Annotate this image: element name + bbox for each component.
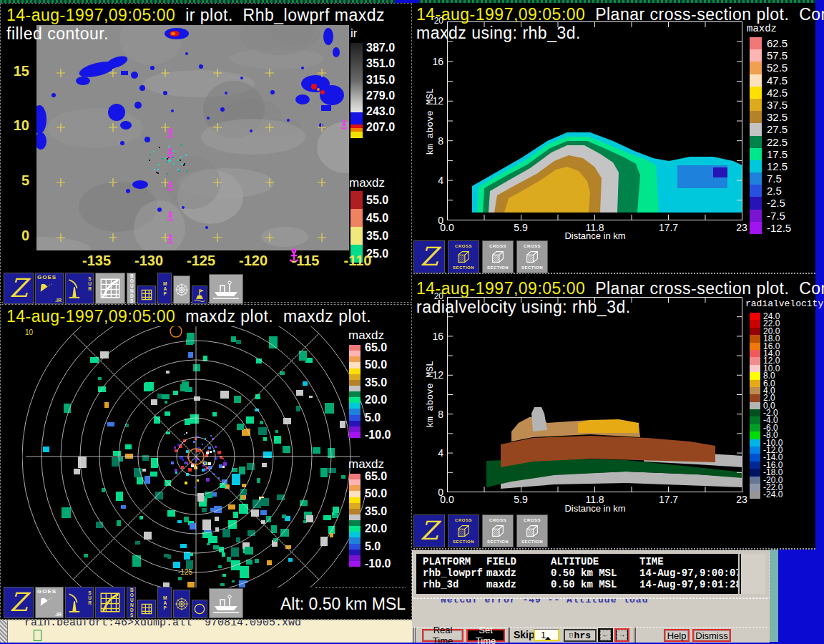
- colorbar-tick-label: 20.0: [365, 522, 387, 535]
- y-axis-tick-label: 16: [432, 331, 443, 342]
- colorbar-block: [750, 424, 760, 431]
- colorbar-tick-label: 65.0: [365, 341, 387, 354]
- toolbar-button-polar-grid[interactable]: [173, 590, 190, 618]
- colorbar-block: [750, 99, 762, 111]
- tl-maxdz-colorbar-title: maxdz: [349, 176, 385, 190]
- bounds-label: BOUNDS: [129, 273, 134, 303]
- cross-label: CROSS: [524, 244, 541, 248]
- toolbar-button-cross-section-1[interactable]: CROSSSECTION: [448, 240, 479, 273]
- colorbar-block: [349, 432, 360, 438]
- x-axis-tick-label: -120: [239, 253, 268, 269]
- set-time-button[interactable]: Set Time: [466, 629, 505, 642]
- toolbar-button-map[interactable]: MAP: [157, 273, 172, 304]
- hrs-units-button[interactable]: hrs: [564, 629, 597, 642]
- toolbar-button-bounds[interactable]: BOUNDS: [127, 587, 136, 618]
- toolbar-button-cross-section-3[interactable]: CROSSSECTION: [516, 514, 548, 547]
- colorbar-tick-label: 50.0: [365, 358, 387, 371]
- ppi-colorbar1: [349, 345, 360, 438]
- velocity-cross-section-plot[interactable]: [447, 297, 742, 492]
- toolbar-button-bounds[interactable]: BOUNDS: [127, 273, 136, 304]
- status-table-row[interactable]: rhb_lowprfmaxdz0.50 km MSL14-Aug-97,9:00…: [423, 567, 738, 579]
- y-axis-tick-label: 0: [21, 228, 29, 244]
- toolbar-button-radar-grid[interactable]: [95, 587, 125, 618]
- toolbar-button-zebra[interactable]: Z: [4, 273, 34, 304]
- toolbar-button-buoy[interactable]: [192, 286, 207, 304]
- ppi-title: 14-aug-1997,09:05:00 maxdz plot. maxdz p…: [6, 307, 371, 326]
- toolbar-button-ship[interactable]: [209, 274, 243, 304]
- toolbar-button-ship[interactable]: [209, 588, 243, 618]
- toolbar-button-surveillance[interactable]: SUR: [65, 587, 94, 618]
- goes-label: GOES: [37, 274, 57, 280]
- toolbar-button-goes-ir[interactable]: GOES.IR: [35, 587, 64, 618]
- ir-satellite-image[interactable]: [36, 25, 349, 250]
- colorbar-block: [349, 374, 360, 380]
- toolbar-button-zebra[interactable]: Z: [4, 587, 34, 618]
- y-axis-tick-label: 15: [14, 63, 29, 79]
- toolbar-button-circle[interactable]: [192, 600, 207, 618]
- colorbar-tick-label: 351.0: [366, 56, 395, 72]
- toolbar-button-goes-ir[interactable]: GOES.IR: [35, 273, 64, 304]
- colorbar-block: [349, 514, 360, 520]
- colorbar-block: [349, 491, 360, 497]
- toolbar-button-radar-grid[interactable]: [95, 273, 125, 304]
- ppi-radar-display[interactable]: [22, 326, 366, 587]
- colorbar-block: [349, 403, 360, 409]
- satellite-dish-icon: [38, 281, 54, 297]
- colorbar-block: [349, 345, 360, 351]
- status-cell: 14-Aug-97,9:01:28: [639, 579, 738, 590]
- status-table-row[interactable]: rhb_3dmaxdz0.50 km MSL14-Aug-97,9:01:28: [423, 579, 738, 590]
- toolbar-button-zebra[interactable]: Z: [413, 240, 445, 273]
- x-axis-tick-label: -135: [82, 253, 111, 269]
- toolbar-button-cross-section-2[interactable]: CROSSSECTION: [482, 514, 514, 547]
- toolbar-button-cross-section-2[interactable]: CROSSSECTION: [482, 240, 514, 273]
- zebra-z-icon: Z: [9, 590, 27, 615]
- y-axis-tick-label: 4: [438, 175, 443, 186]
- step-back-button[interactable]: ←: [598, 628, 613, 642]
- toolbar-button-zebra[interactable]: Z: [413, 514, 445, 547]
- colorbar-block: [750, 387, 760, 394]
- circle-icon: [192, 602, 207, 616]
- colorbar-tick-label: 62.5: [767, 37, 791, 49]
- toolbar-button-map[interactable]: MAP: [157, 587, 172, 618]
- help-button[interactable]: Help: [664, 629, 690, 642]
- maxdz-cross-section-plot[interactable]: [447, 21, 742, 220]
- window-edge-line: [315, 587, 406, 588]
- separator: [508, 628, 514, 643]
- x-axis-tick-label: -125: [187, 253, 215, 269]
- real-time-button[interactable]: Real Time: [422, 629, 464, 642]
- colorbar-block: [750, 320, 760, 327]
- section-label: SECTION: [521, 265, 543, 270]
- status-scrollbar[interactable]: [740, 554, 765, 594]
- colorbar-tick-label: 387.0: [366, 40, 395, 56]
- toolbar-button-cross-section-1[interactable]: CROSSSECTION: [448, 514, 479, 547]
- toolbar-button-grid[interactable]: [137, 600, 156, 618]
- map-label: MAP: [162, 281, 167, 296]
- colorbar-block: [349, 421, 360, 426]
- terminal-scrollbar[interactable]: [0, 620, 8, 643]
- toolbar-button-polar-grid[interactable]: [173, 275, 190, 304]
- skip-input[interactable]: 1: [534, 629, 559, 641]
- ppi-bottom-label: -125: [178, 568, 192, 576]
- altitude-readout: Alt: 0.50 km MSL: [280, 595, 406, 614]
- colorbar-block: [750, 477, 760, 484]
- goes-ir-label: .IR: [55, 612, 62, 617]
- buoy-icon: [192, 287, 207, 303]
- map-label: MAP: [162, 595, 167, 610]
- cs1-colorbar-ticks: 62.557.552.547.542.537.532.527.522.517.5…: [767, 37, 791, 234]
- dismiss-button[interactable]: Dismiss: [692, 629, 731, 642]
- time-control-bar: Real Time Set Time Skip 1 hrs ← → Help D…: [412, 627, 770, 643]
- cross-label: CROSS: [489, 244, 506, 248]
- colorbar-block: [750, 454, 760, 461]
- step-forward-button[interactable]: →: [614, 628, 629, 642]
- toolbar-button-cross-section-3[interactable]: CROSSSECTION: [516, 240, 548, 273]
- toolbar-button-surveillance[interactable]: SUR: [65, 273, 94, 304]
- hrs-label: hrs: [574, 630, 591, 641]
- colorbar-tick-label: 5.0: [365, 540, 381, 553]
- colorbar-block: [750, 372, 760, 379]
- toolbar-button-grid[interactable]: [137, 286, 156, 304]
- cross-section-cube-icon: [524, 249, 541, 265]
- colorbar-tick-label: -2.5: [767, 197, 791, 209]
- terminal-window[interactable]: rain.beaufort:46>xdump.all 970814.0905.x…: [0, 620, 412, 643]
- colorbar-block: [349, 550, 360, 555]
- x-axis-tick-label: 23: [736, 222, 747, 233]
